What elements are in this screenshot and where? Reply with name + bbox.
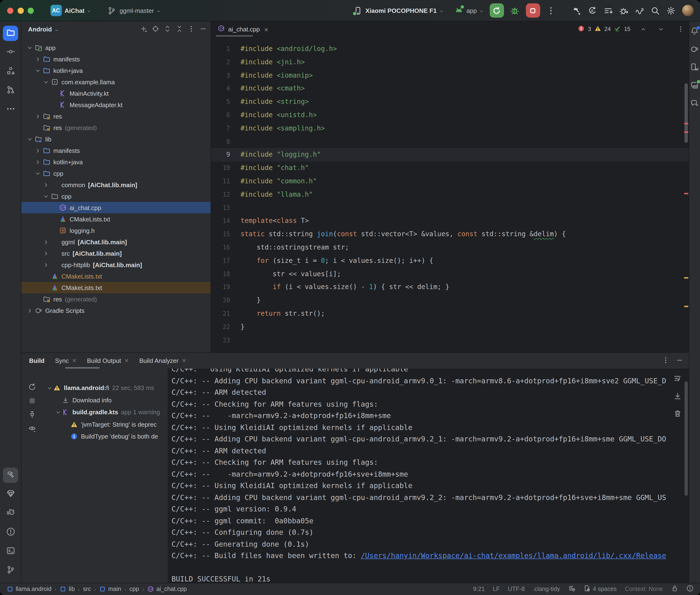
chevron-right-icon[interactable] bbox=[34, 113, 41, 120]
project-tool-button[interactable] bbox=[3, 26, 18, 41]
line-number[interactable]: 10 bbox=[211, 162, 230, 175]
pin-icon[interactable] bbox=[28, 410, 36, 420]
debug-button[interactable] bbox=[510, 6, 520, 15]
project-selector[interactable]: AC AiChat ⌄ bbox=[50, 5, 91, 16]
todo-list-button[interactable] bbox=[603, 6, 613, 15]
tree-item-lib[interactable]: lib bbox=[22, 133, 211, 145]
line-number[interactable]: 22 bbox=[211, 320, 230, 334]
tree-item-logging-h[interactable]: Hlogging.h bbox=[22, 225, 211, 236]
editor-scrollbar-thumb[interactable] bbox=[684, 83, 688, 143]
soft-wrap-icon[interactable] bbox=[674, 374, 682, 384]
add-button[interactable] bbox=[140, 25, 147, 34]
attach-debugger-button[interactable] bbox=[619, 6, 628, 15]
build-tree-item[interactable]: BuildType 'debug' is both de bbox=[43, 430, 168, 443]
build-tool-button[interactable] bbox=[3, 468, 18, 483]
encoding[interactable]: UTF-8 bbox=[508, 586, 525, 592]
gemini-button[interactable] bbox=[689, 98, 700, 109]
inspections-status-widget[interactable] bbox=[686, 585, 693, 593]
tree-item-com-example-llama[interactable]: com.example.llama bbox=[22, 76, 211, 88]
search-everywhere-button[interactable] bbox=[650, 6, 660, 15]
chevron-right-icon[interactable] bbox=[26, 307, 33, 314]
device-manager-button[interactable] bbox=[689, 62, 700, 73]
editor-tab-ai_chat[interactable]: C ai_chat.cpp bbox=[211, 22, 274, 37]
line-number[interactable]: 3 bbox=[211, 69, 230, 82]
zoom-window-button[interactable] bbox=[28, 7, 34, 13]
code-line-13[interactable]: 13 bbox=[211, 201, 689, 215]
tree-item-src[interactable]: src[AiChat.lib.main] bbox=[22, 248, 211, 259]
code-line-3[interactable]: 3#include <iomanip> bbox=[211, 69, 689, 82]
line-number[interactable]: 5 bbox=[211, 95, 230, 109]
breadcrumb-item-lib[interactable]: lib bbox=[60, 586, 75, 592]
tree-item-cmakelists-txt[interactable]: CMakeLists.txt bbox=[22, 271, 211, 282]
console-scrollbar-thumb[interactable] bbox=[684, 381, 688, 496]
chevron-down-icon[interactable] bbox=[55, 409, 61, 415]
chevron-down-icon[interactable] bbox=[43, 193, 50, 200]
rerun-button[interactable] bbox=[489, 3, 504, 18]
code-line-21[interactable]: 21 return str.str(); bbox=[211, 307, 689, 320]
refresh-build-icon[interactable] bbox=[28, 383, 36, 392]
tree-item-kotlin-java[interactable]: kotlin+java bbox=[22, 65, 211, 76]
build-tree-item[interactable]: Download info bbox=[43, 394, 168, 406]
locate-file-button[interactable] bbox=[152, 25, 159, 34]
line-number[interactable]: 12 bbox=[211, 188, 230, 201]
error-stripe-mark[interactable] bbox=[684, 193, 688, 194]
code-line-22[interactable]: 22} bbox=[211, 320, 689, 334]
close-icon[interactable]: ✕ bbox=[124, 358, 129, 364]
device-selector[interactable]: Xiaomi POCOPHONE F1 ⌄ bbox=[353, 6, 443, 15]
chevron-right-icon[interactable] bbox=[34, 147, 41, 154]
line-number[interactable]: 14 bbox=[211, 215, 230, 228]
tree-item-res[interactable]: res(generated) bbox=[22, 293, 211, 305]
tree-item-app[interactable]: app bbox=[22, 42, 211, 53]
tree-item-manifests[interactable]: manifests bbox=[22, 53, 211, 65]
filter-view-icon[interactable] bbox=[28, 424, 36, 434]
line-number[interactable]: 23 bbox=[211, 334, 230, 347]
hide-build-panel-button[interactable] bbox=[676, 357, 683, 365]
error-stripe-mark[interactable] bbox=[684, 123, 688, 124]
tree-item-kotlin-java[interactable]: kotlin+java bbox=[22, 156, 211, 168]
line-number[interactable]: 11 bbox=[211, 175, 230, 188]
close-tab-icon[interactable] bbox=[263, 26, 269, 32]
tree-item-cpp-httplib[interactable]: cpp-httplib[AiChat.lib.main] bbox=[22, 259, 211, 271]
tree-item-mainactivity-kt[interactable]: MainActivity.kt bbox=[22, 88, 211, 99]
tab-sync[interactable]: Sync✕ bbox=[55, 357, 77, 364]
inspections-widget[interactable]: 3 24 15 bbox=[578, 25, 689, 33]
tree-item-res[interactable]: res(generated) bbox=[22, 122, 211, 133]
running-devices-button[interactable] bbox=[689, 81, 700, 91]
caret-position[interactable]: 9:21 bbox=[473, 586, 485, 592]
line-number[interactable]: 21 bbox=[211, 307, 230, 320]
error-stripe-mark[interactable] bbox=[684, 277, 688, 279]
more-actions-button[interactable] bbox=[546, 6, 556, 15]
tree-item-messageadapter-kt[interactable]: MessageAdapter.kt bbox=[22, 99, 211, 111]
line-number[interactable]: 2 bbox=[211, 56, 230, 69]
expand-all-button[interactable] bbox=[164, 25, 171, 34]
formatter-widget[interactable] bbox=[568, 585, 575, 593]
vcs-branch-selector[interactable]: ggml-master ⌄ bbox=[107, 6, 161, 15]
line-ending[interactable]: LF bbox=[493, 586, 500, 592]
code-line-20[interactable]: 20 } bbox=[211, 294, 689, 307]
breadcrumb-item-main[interactable]: main bbox=[99, 586, 121, 592]
clang-tidy-widget[interactable]: .clang-tidy bbox=[533, 586, 560, 592]
notifications-button[interactable] bbox=[689, 26, 700, 37]
line-number[interactable]: 9 bbox=[211, 148, 230, 162]
profiler-button[interactable] bbox=[635, 6, 644, 15]
build-console[interactable]: C/C++: Using KleidiAI optimized kernels … bbox=[168, 369, 667, 583]
terminal-tool-button[interactable] bbox=[3, 544, 18, 559]
lock-widget[interactable] bbox=[671, 585, 678, 593]
tree-item-cpp[interactable]: cpp bbox=[22, 191, 211, 202]
code-line-7[interactable]: 7#include <sampling.h> bbox=[211, 122, 689, 135]
stop-button[interactable] bbox=[526, 3, 540, 18]
chevron-down-icon[interactable] bbox=[46, 385, 53, 391]
code-line-4[interactable]: 4#include <cmath> bbox=[211, 82, 689, 95]
tree-item-res[interactable]: res bbox=[22, 111, 211, 122]
chevron-down-icon[interactable] bbox=[26, 136, 33, 143]
code-line-5[interactable]: 5#include <string> bbox=[211, 95, 689, 109]
settings-button[interactable] bbox=[666, 6, 676, 15]
scroll-to-end-icon[interactable] bbox=[674, 392, 682, 401]
code-line-23[interactable]: 23 bbox=[211, 334, 689, 347]
line-number[interactable]: 16 bbox=[211, 241, 230, 254]
chevron-right-icon[interactable] bbox=[43, 238, 50, 246]
build-options-button[interactable] bbox=[662, 357, 669, 365]
run-configuration-selector[interactable]: app ⌄ bbox=[454, 6, 483, 15]
next-problem-button[interactable] bbox=[657, 26, 664, 32]
tree-item-cmakelists-txt[interactable]: CMakeLists.txt bbox=[22, 282, 211, 293]
